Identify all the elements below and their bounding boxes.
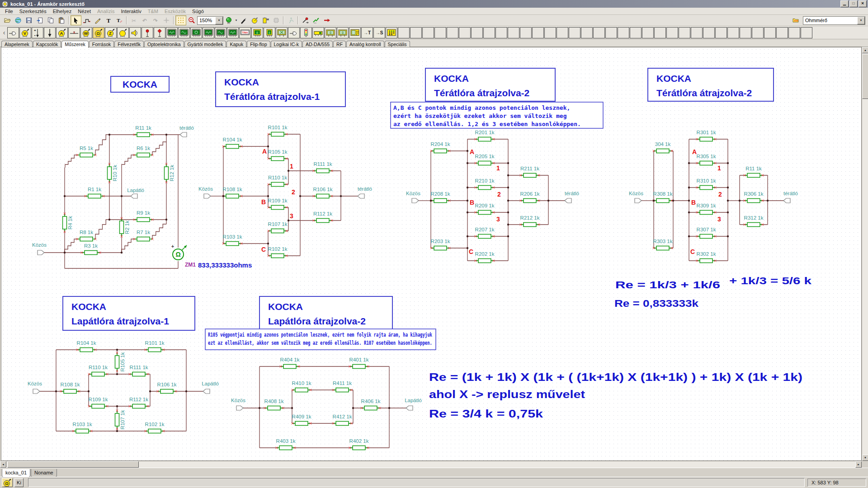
title-box[interactable]: KOCKALapátlóra átrajzolva-1 [63, 296, 195, 330]
resistor[interactable]: R11 1k [744, 166, 764, 178]
wire-stair[interactable] [95, 135, 109, 155]
resistor[interactable]: R107 1k [268, 221, 288, 233]
menu-interakt-v[interactable]: Interaktív [118, 8, 145, 14]
resistor[interactable]: R111 1k [313, 161, 333, 173]
pin-tool-icon[interactable] [300, 15, 311, 25]
export-arrow-icon[interactable] [321, 15, 332, 25]
resistor[interactable]: R412 1k [332, 414, 353, 426]
wattmeter-icon[interactable]: W [80, 27, 92, 38]
ki-button[interactable]: Ki [14, 478, 24, 487]
resistor[interactable]: R411 1k [332, 380, 353, 392]
cut-icon[interactable]: ✂ [128, 15, 139, 25]
ohmmeter-tool-button[interactable]: Ω [2, 478, 13, 487]
resistor[interactable]: R112 1k [313, 211, 333, 223]
led-bar-icon[interactable] [312, 27, 324, 38]
resistor[interactable]: R105 1k [268, 149, 288, 161]
resistor[interactable]: R209 1k [475, 203, 495, 215]
select-arrow-icon[interactable] [71, 15, 81, 25]
resistor[interactable]: R7 1k [133, 230, 154, 241]
resistor[interactable]: R202 1k [475, 251, 495, 263]
terminal[interactable]: Közös [198, 186, 213, 198]
voltmeter-icon[interactable]: V [19, 27, 31, 38]
resistor[interactable]: R104 1k [76, 340, 97, 352]
resistor[interactable]: R301 1k [696, 130, 717, 141]
schematic-canvas[interactable]: R11 1kR5 1kR6 1kR1 1kR9 1kR8 1kR7 1kR3 1… [1, 47, 862, 461]
resistor[interactable]: R106 1k [313, 187, 333, 198]
terminal[interactable]: Közös [231, 398, 245, 410]
save-icon[interactable] [24, 15, 34, 25]
resistor[interactable]: R101 1k [145, 340, 165, 352]
scroll-left-icon[interactable]: ◄ [0, 461, 6, 468]
wire-stair[interactable] [152, 142, 166, 155]
terminal[interactable]: térátló [179, 125, 194, 137]
current-pin-icon[interactable] [154, 27, 165, 38]
resistor[interactable]: R110 1k [268, 175, 288, 187]
to-t-icon[interactable]: →T [361, 27, 373, 38]
terminal[interactable]: Lapátló [202, 381, 219, 394]
resistor[interactable]: R3 1k [81, 243, 101, 255]
horizontal-scroll-thumb[interactable] [7, 461, 139, 468]
resistor[interactable]: R204 1k [430, 141, 451, 153]
resistor[interactable]: R306 1k [744, 191, 764, 203]
digit-display-icon[interactable]: 0 [325, 27, 336, 38]
resistor[interactable]: R208 1k [430, 191, 451, 203]
resistor[interactable]: R205 1k [475, 154, 495, 165]
vertical-scrollbar[interactable]: ▲ ▼ [862, 47, 868, 461]
keypad-display-icon[interactable] [349, 27, 361, 38]
spectrum-analyzer-icon[interactable] [203, 27, 214, 38]
resistor[interactable]: R303 1k [653, 239, 673, 250]
resistor[interactable]: R101 1k [268, 125, 288, 136]
maximize-button[interactable]: □ [849, 0, 858, 7]
resistor[interactable]: R310 1k [696, 178, 717, 190]
close-button[interactable]: ✕ [859, 0, 867, 7]
run-icon[interactable] [285, 15, 296, 25]
xy-recorder-icon[interactable] [190, 27, 202, 38]
import-icon[interactable] [34, 15, 45, 25]
resistor[interactable]: R305 1k [696, 154, 717, 165]
resistor[interactable]: R6 1k [133, 145, 154, 157]
wire-tool-icon[interactable] [81, 15, 92, 25]
oscillator-icon[interactable] [117, 27, 129, 38]
resistor[interactable]: R8 1k [76, 230, 97, 241]
ammeter-icon[interactable]: A [56, 27, 68, 38]
resistor[interactable]: R404 1k [280, 357, 300, 369]
resistor[interactable]: R406 1k [361, 399, 381, 410]
ohmmeter-instrument[interactable]: Ω+ [171, 244, 187, 260]
terminal[interactable]: Lapátló [127, 188, 144, 198]
resistor[interactable]: R408 1k [264, 399, 284, 410]
oscilloscope-icon[interactable] [166, 27, 178, 38]
resistor[interactable]: R109 1k [268, 198, 288, 210]
wire-stair[interactable] [65, 239, 77, 253]
title-box[interactable]: KOCKATérátlóra átrajzolva-2 [425, 68, 555, 101]
redo-icon[interactable]: ↷ [150, 15, 161, 25]
tab-m-szerek[interactable]: Műszerek [61, 41, 89, 48]
resistor[interactable]: R105 1k [115, 352, 126, 372]
resistor[interactable]: R212 1k [520, 215, 540, 227]
menu-file[interactable]: File [2, 8, 16, 14]
wire-stair[interactable] [152, 224, 166, 239]
resistor[interactable]: R107 1k [115, 410, 126, 430]
wire-stair[interactable] [95, 220, 109, 239]
terminal[interactable]: térátló [565, 191, 579, 203]
probe-icon[interactable] [68, 27, 80, 38]
crosshair-icon[interactable] [161, 15, 172, 25]
resistor[interactable]: R102 1k [145, 422, 165, 433]
pen-tool-icon[interactable] [92, 15, 103, 25]
resistor[interactable]: R307 1k [696, 227, 717, 239]
grid-icon[interactable] [175, 15, 186, 25]
dc-ball-icon[interactable]: DC [223, 15, 234, 25]
resistor[interactable]: R104 1k [222, 137, 243, 149]
text-tool-icon[interactable]: T [103, 15, 114, 25]
digit-display2-icon[interactable]: 0 [337, 27, 349, 38]
wire-stair[interactable] [122, 155, 134, 168]
title-box[interactable]: KOCKALapátlóra átrajzolva-2 [259, 296, 392, 329]
signal-analyzer-icon[interactable] [215, 27, 226, 38]
minimize-button[interactable]: ▁ [840, 0, 849, 7]
traffic-light-icon[interactable] [300, 27, 312, 38]
menu-s-g-[interactable]: Súgó [189, 8, 207, 14]
resistor[interactable]: R308 1k [653, 191, 673, 203]
speaker-icon[interactable] [129, 27, 141, 38]
chevron-down-icon[interactable]: ▼ [234, 16, 238, 24]
chevron-down-icon[interactable]: ▼ [857, 17, 865, 24]
terminal2-icon[interactable] [288, 27, 300, 38]
